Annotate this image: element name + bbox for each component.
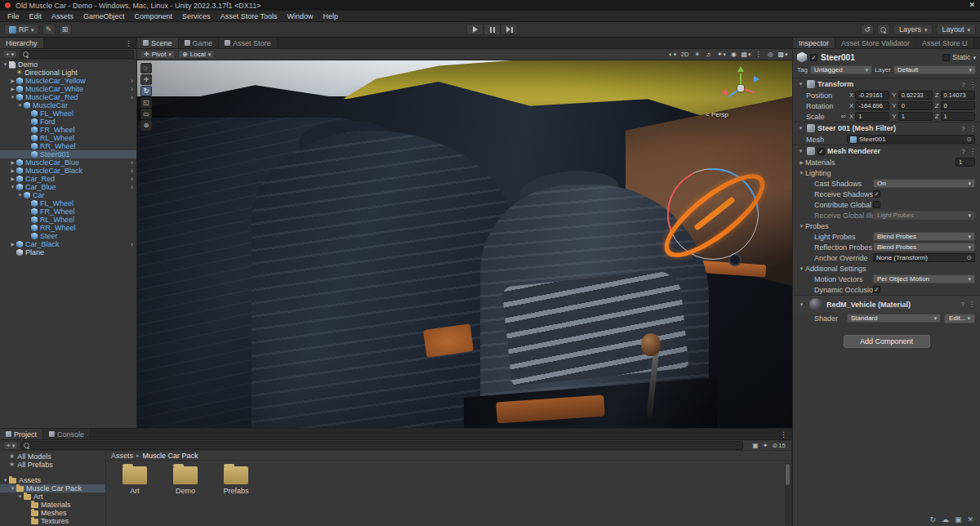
hierarchy-item-ford[interactable]: Ford [0, 118, 136, 126]
prefab-open-chevron[interactable]: › [131, 167, 136, 175]
hierarchy-item-car-blue[interactable]: ▼Car_Blue› [0, 183, 136, 191]
prefab-open-chevron[interactable]: › [131, 77, 136, 85]
x-axis-cone[interactable] [721, 89, 727, 96]
hidden-packages-count[interactable]: ⊘ 15 [772, 442, 786, 449]
foldout-arrow-icon[interactable]: ▼ [797, 149, 804, 154]
undo-history-button[interactable]: ↺ [861, 24, 874, 35]
mesh-object-field[interactable]: Steer001 ⊙ [847, 135, 975, 144]
position-z-field[interactable]: 0.14073 [941, 91, 975, 100]
expand-arrow[interactable]: ▼ [16, 103, 24, 108]
expand-arrow[interactable]: ▼ [9, 95, 16, 100]
window-close-icon[interactable]: ✕ [969, 2, 975, 9]
search-by-label-icon[interactable]: ✦ [763, 442, 768, 449]
hierarchy-item-steer001[interactable]: Steer001 [0, 150, 136, 158]
menu-component[interactable]: Component [130, 11, 178, 22]
static-checkbox[interactable] [942, 54, 950, 61]
static-caret-icon[interactable]: ▾ [973, 55, 976, 60]
close-status-icon[interactable]: ✕ [967, 515, 973, 524]
add-component-button[interactable]: Add Component [844, 335, 930, 348]
overlay-menu-icon[interactable]: ⋮ [753, 50, 764, 59]
foldout-arrow-icon[interactable]: ▶ [798, 159, 805, 165]
renderer-enabled-checkbox[interactable]: ✓ [817, 148, 825, 155]
hierarchy-item-musclecar[interactable]: ▼MuscleCar [0, 101, 136, 109]
reflection-probes-dropdown[interactable]: Blend Probes▾ [873, 243, 975, 252]
expand-arrow[interactable]: ▼ [16, 193, 24, 198]
hierarchy-item-musclecar-blue[interactable]: ▶MuscleCar_Blue› [0, 158, 136, 167]
tab-asset-store-validator[interactable]: Asset Store Validator [835, 38, 916, 48]
cloud-status-icon[interactable]: ☁ [942, 515, 949, 524]
project-folder-demo[interactable]: Demo [167, 466, 204, 495]
perspective-toggle[interactable]: < Persp [706, 111, 728, 118]
hierarchy-item-car[interactable]: ▼Car [0, 191, 136, 199]
search-button[interactable] [877, 24, 890, 35]
expand-arrow[interactable]: ▶ [9, 160, 16, 165]
dynamic-occlusion-checkbox[interactable]: ✓ [873, 286, 880, 293]
y-axis-cone[interactable] [737, 66, 744, 72]
project-folder-prefabs[interactable]: Prefabs [217, 466, 255, 495]
hierarchy-item-musclecar-red[interactable]: ▼MuscleCar_Red› [0, 93, 136, 101]
transform-tool-button[interactable]: ⊛ [140, 120, 152, 131]
scene-audio-toggle[interactable]: ♬ [704, 50, 715, 59]
foldout-arrow-icon[interactable]: ▼ [797, 82, 804, 87]
account-button[interactable]: RF ▾ [4, 24, 39, 35]
position-y-field[interactable]: 0.62233 [898, 91, 933, 100]
project-item-meshes[interactable]: Meshes [0, 509, 105, 517]
hierarchy-item-fl-wheel[interactable]: FL_Wheel [0, 109, 136, 118]
tab-scene[interactable]: Scene [137, 38, 179, 48]
material-header[interactable]: ▼ RedM_Vehicle (Material) ?⋮ [793, 295, 980, 313]
component-menu-icon[interactable]: ⋮ [969, 125, 976, 132]
contribute-gi-checkbox[interactable] [873, 201, 880, 208]
rect-tool-button[interactable]: ▭ [140, 109, 152, 119]
static-toggle[interactable]: Static ▾ [942, 53, 976, 61]
expand-arrow[interactable]: ▼ [16, 494, 24, 499]
foldout-arrow-icon[interactable]: ▼ [798, 266, 805, 271]
grid-snapping-button[interactable]: ⊞ [59, 24, 72, 35]
menu-assets[interactable]: Assets [47, 11, 78, 22]
play-button[interactable] [466, 24, 483, 35]
tab-game[interactable]: Game [179, 38, 220, 48]
menu-edit[interactable]: Edit [24, 11, 47, 22]
anchor-override-field[interactable]: None (Transform) ⊙ [873, 253, 975, 262]
edit-shader-button[interactable]: Edit...▾ [944, 314, 975, 323]
grid-status-icon[interactable]: ▣ [955, 515, 962, 524]
component-menu-icon[interactable]: ⋮ [969, 301, 975, 308]
menu-services[interactable]: Services [177, 11, 216, 22]
rotation-z-field[interactable]: 0 [941, 101, 975, 110]
expand-arrow[interactable]: ▼ [9, 486, 16, 491]
project-item-all-prefabs[interactable]: ★All Prefabs [0, 461, 105, 469]
materials-foldout-row[interactable]: ▶ Materials 1 [793, 157, 980, 167]
help-icon[interactable]: ? [962, 81, 965, 88]
z-axis-cone[interactable] [754, 76, 760, 82]
project-item-assets[interactable]: ▼Assets [0, 476, 105, 484]
foldout-arrow-icon[interactable]: ▼ [798, 171, 805, 176]
position-x-field[interactable]: -0.29161 [855, 91, 889, 100]
gizmo-center-cube[interactable] [737, 85, 744, 91]
project-create-button[interactable]: + ▾ [3, 441, 18, 450]
effects-dropdown[interactable]: ✦▾ [716, 50, 727, 59]
menu-asset-store-tools[interactable]: Asset Store Tools [216, 11, 283, 22]
menu-gameobject[interactable]: GameObject [78, 11, 130, 22]
breadcrumb-muscle-car-pack[interactable]: Muscle Car Pack [143, 452, 198, 460]
prefab-open-chevron[interactable]: › [131, 240, 136, 248]
tab-asset-store[interactable]: Asset Store [219, 38, 278, 48]
hierarchy-item-demo[interactable]: ▼Demo [0, 60, 136, 69]
hierarchy-item-musclecar-black[interactable]: ▶MuscleCar_Black› [0, 167, 136, 175]
expand-arrow[interactable]: ▶ [9, 168, 16, 173]
object-picker-icon[interactable]: ⊙ [966, 136, 972, 143]
pause-button[interactable] [483, 24, 501, 35]
tab-hierarchy[interactable]: Hierarchy [0, 38, 44, 48]
project-folder-art[interactable]: Art [116, 466, 154, 495]
hierarchy-search-input[interactable] [31, 51, 131, 58]
active-checkbox[interactable]: ✓ [810, 54, 817, 61]
breadcrumb-assets[interactable]: Assets [111, 452, 133, 460]
hierarchy-item-fl-wheel[interactable]: FL_Wheel [0, 199, 136, 207]
hierarchy-item-plane[interactable]: Plane [0, 248, 136, 256]
gizmos-dropdown[interactable]: ▩▾ [777, 50, 788, 59]
materials-count-field[interactable]: 1 [956, 158, 975, 167]
project-item-materials[interactable]: Materials [0, 501, 105, 509]
project-menu-icon[interactable]: ⋮ [776, 429, 791, 439]
motion-vectors-dropdown[interactable]: Per Object Motion▾ [873, 274, 975, 283]
additional-settings-foldout-row[interactable]: ▼ Additional Settings [793, 263, 980, 274]
tab-inspector[interactable]: Inspector [793, 38, 835, 48]
mesh-filter-header[interactable]: ▼ Steer 001 (Mesh Filter) ?⋮ [793, 122, 980, 134]
